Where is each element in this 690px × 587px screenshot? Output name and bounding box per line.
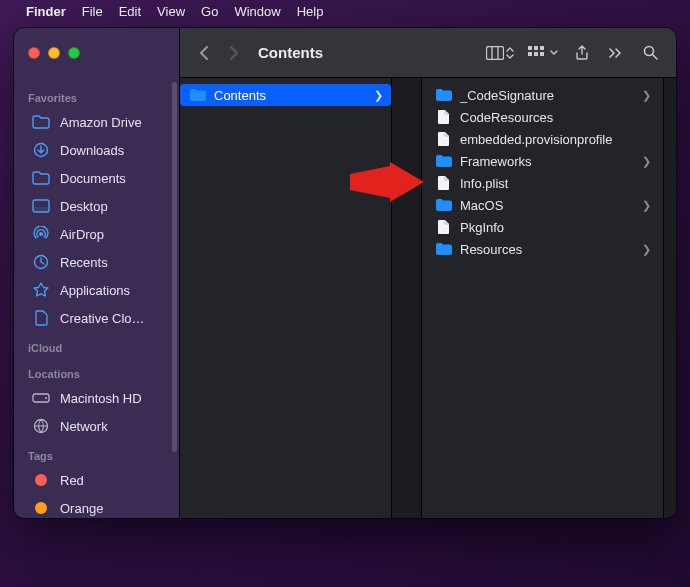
file-label: PkgInfo — [460, 220, 651, 235]
sidebar-item-applications[interactable]: Applications — [18, 276, 175, 304]
sidebar-item-label: AirDrop — [60, 227, 104, 242]
download-icon — [32, 141, 50, 159]
column-2-empty[interactable] — [392, 78, 422, 518]
column-1[interactable]: Contents ❯ — [180, 78, 392, 518]
double-chevron-right-icon — [609, 48, 623, 58]
file-row[interactable]: PkgInfo — [426, 216, 659, 238]
sidebar-item-macintosh-hd[interactable]: Macintosh HD — [18, 384, 175, 412]
svg-line-10 — [653, 55, 657, 59]
svg-point-9 — [644, 47, 653, 56]
group-by-button[interactable] — [524, 40, 562, 66]
toolbar: Contents — [180, 28, 676, 78]
apps-icon — [32, 281, 50, 299]
finder-window: Contents — [14, 28, 676, 518]
search-button[interactable] — [636, 40, 664, 66]
sidebar-scrollbar[interactable] — [172, 82, 177, 452]
view-columns-button[interactable] — [482, 40, 518, 66]
sidebar-item-label: Orange — [60, 501, 103, 516]
svg-rect-6 — [528, 52, 532, 56]
sidebar-item-network[interactable]: Network — [18, 412, 175, 440]
column-view: Contents ❯ _CodeSignature❯CodeResourcese… — [180, 78, 676, 518]
file-icon — [436, 109, 452, 125]
tag-dot-icon — [32, 499, 50, 517]
file-row[interactable]: embedded.provisionprofile — [426, 128, 659, 150]
sidebar-item-amazon-drive[interactable]: Amazon Drive — [18, 108, 175, 136]
sidebar-item-label: Applications — [60, 283, 130, 298]
file-label: embedded.provisionprofile — [460, 132, 651, 147]
svg-rect-0 — [487, 46, 504, 59]
sidebar-item-desktop[interactable]: Desktop — [18, 192, 175, 220]
sidebar-heading-icloud: iCloud — [14, 332, 179, 358]
app-name[interactable]: Finder — [26, 4, 66, 19]
menu-file[interactable]: File — [82, 4, 103, 19]
chevron-right-icon: ❯ — [642, 155, 651, 168]
sidebar-heading-locations: Locations — [14, 358, 179, 384]
chevron-right-icon: ❯ — [374, 89, 383, 102]
sidebar-item-recents[interactable]: Recents — [18, 248, 175, 276]
sidebar[interactable]: Favorites Amazon Drive Downloads Documen… — [14, 78, 180, 518]
menu-window[interactable]: Window — [234, 4, 280, 19]
file-row[interactable]: _CodeSignature❯ — [426, 84, 659, 106]
back-button[interactable] — [192, 39, 216, 67]
file-icon — [436, 131, 452, 147]
close-button[interactable] — [28, 47, 40, 59]
file-label: Info.plist — [460, 176, 651, 191]
file-icon — [436, 219, 452, 235]
menu-edit[interactable]: Edit — [119, 4, 141, 19]
sidebar-item-label: Creative Clo… — [60, 311, 145, 326]
sidebar-tag-orange[interactable]: Orange — [18, 494, 175, 518]
sidebar-item-documents[interactable]: Documents — [18, 164, 175, 192]
sidebar-item-label: Recents — [60, 255, 108, 270]
sidebar-item-label: Red — [60, 473, 84, 488]
column-3[interactable]: _CodeSignature❯CodeResourcesembedded.pro… — [422, 78, 664, 518]
up-down-icon — [506, 47, 514, 59]
file-label: _CodeSignature — [460, 88, 634, 103]
file-row[interactable]: CodeResources — [426, 106, 659, 128]
file-label: MacOS — [460, 198, 634, 213]
toolbar-overflow-button[interactable] — [602, 40, 630, 66]
sidebar-item-airdrop[interactable]: AirDrop — [18, 220, 175, 248]
folder-icon — [32, 113, 50, 131]
sidebar-item-label: Documents — [60, 171, 126, 186]
file-row[interactable]: Resources❯ — [426, 238, 659, 260]
folder-icon — [436, 197, 452, 213]
menu-go[interactable]: Go — [201, 4, 218, 19]
search-icon — [643, 45, 658, 60]
menu-view[interactable]: View — [157, 4, 185, 19]
file-row-contents[interactable]: Contents ❯ — [180, 84, 391, 106]
zoom-button[interactable] — [68, 47, 80, 59]
sidebar-heading-favorites: Favorites — [14, 82, 179, 108]
file-row[interactable]: MacOS❯ — [426, 194, 659, 216]
file-row[interactable]: Frameworks❯ — [426, 150, 659, 172]
chevron-right-icon: ❯ — [642, 243, 651, 256]
window-body: Favorites Amazon Drive Downloads Documen… — [14, 78, 676, 518]
file-icon — [32, 309, 50, 327]
folder-icon — [190, 87, 206, 103]
file-label: Resources — [460, 242, 634, 257]
menubar: Finder File Edit View Go Window Help — [0, 0, 690, 22]
chevron-right-icon: ❯ — [642, 89, 651, 102]
svg-rect-4 — [534, 46, 538, 50]
folder-icon — [436, 241, 452, 257]
svg-rect-3 — [528, 46, 532, 50]
sidebar-item-downloads[interactable]: Downloads — [18, 136, 175, 164]
chevron-down-icon — [550, 50, 558, 56]
titlebar: Contents — [14, 28, 676, 78]
forward-button[interactable] — [222, 39, 246, 67]
minimize-button[interactable] — [48, 47, 60, 59]
recents-icon — [32, 253, 50, 271]
traffic-lights — [28, 47, 80, 59]
share-button[interactable] — [568, 40, 596, 66]
disk-icon — [32, 389, 50, 407]
file-row[interactable]: Info.plist — [426, 172, 659, 194]
column-4-empty[interactable] — [664, 78, 676, 518]
menu-help[interactable]: Help — [297, 4, 324, 19]
file-label: Contents — [214, 88, 366, 103]
window-title: Contents — [258, 44, 323, 61]
sidebar-tag-red[interactable]: Red — [18, 466, 175, 494]
folder-icon — [436, 87, 452, 103]
svg-rect-8 — [540, 52, 544, 56]
sidebar-item-creative-cloud[interactable]: Creative Clo… — [18, 304, 175, 332]
sidebar-item-label: Downloads — [60, 143, 124, 158]
folder-icon — [436, 153, 452, 169]
